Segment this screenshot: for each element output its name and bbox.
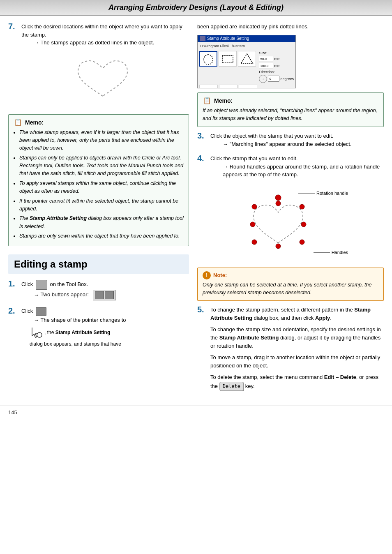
step-5-para2: To change the stamp size and orientation… [210,325,384,350]
step-1-number: 1. [8,279,21,289]
dialog-icon [200,36,205,41]
svg-point-6 [300,204,304,209]
step-2-arrow: The shape of the pointer changes to [34,316,189,324]
page-header: Arranging Embroidery Designs (Layout & E… [0,0,392,16]
note-box: ! Note: Only one stamp can be selected a… [197,268,384,301]
stamp-screenshot: Stamp Attribute Setting D:\Program Files… [197,35,296,88]
stamp-title-bar: Stamp Attribute Setting [198,35,295,42]
step-5-para4: To delete the stamp, select the menu com… [210,373,384,391]
step-5-number: 5. [197,305,210,314]
step-3-content: Click the object with the stamp that you… [210,132,384,150]
step-7-arrow: The stamps appear as dotted lines in the… [34,39,189,47]
step-4-block: 4. Click the stamp that you want to edit… [197,155,384,181]
size-input-2[interactable] [259,63,273,69]
svg-point-10 [276,244,281,249]
pointer-shape-display: , the Stamp Attribute Setting dialog box… [30,327,189,348]
step-7-block: 7. Click the desired locations within th… [8,23,189,49]
section-title-editing: Editing a stamp [8,254,189,274]
direction-input[interactable] [268,76,279,82]
step-5-block: 5. To change the stamp pattern, select a… [197,306,384,391]
heart-svg [70,55,136,108]
rotation-handle-label: Rotation handle [298,190,348,196]
step-4-arrow: Round handles appear around the stamp, a… [223,163,384,179]
memo-item-1-2: Stamps can only be applied to objects dr… [19,154,184,178]
svg-point-8 [301,222,306,227]
step-4-content: Click the stamp that you want to edit. R… [210,155,384,181]
step-1-text: Click on the Tool Box. [21,280,189,290]
right-column: been applied are indicated by pink dotte… [197,23,384,395]
step-2-content: Click The shape of the pointer changes t… [21,307,189,350]
stamp-edit-icon [36,307,46,316]
step-3-number: 3. [197,131,210,141]
size-input[interactable] [259,56,273,62]
memo-item-1-5: The Stamp Attribute Setting dialog box a… [19,215,184,231]
note-header: ! Note: [203,271,378,279]
memo-item-1-3: To apply several stamps within the same … [19,180,184,196]
memo-title-2: Memo: [214,97,233,104]
stamp-pat-3 [239,52,255,65]
header-title: Arranging Embroidery Designs (Layout & E… [108,3,284,12]
step-1-arrow: Two buttons appear: [34,290,189,300]
step-2-text: Click [21,307,189,316]
step-7-number: 7. [8,22,21,31]
svg-point-5 [276,201,281,206]
step-3-text: Click the object with the stamp that you… [210,132,384,140]
rotation-handles-svg [233,185,323,259]
page: Arranging Embroidery Designs (Layout & E… [0,0,392,554]
note-icon: ! [203,271,211,279]
memo-text-2: If an object was already selected, "marc… [203,107,378,123]
svg-rect-2 [222,55,233,63]
memo-icon-2: 📋 [203,97,212,104]
handles-label: Handles [314,249,348,255]
step-7-text: Click the desired locations within the o… [21,23,189,39]
memo-item-1-6: Stamps are only sewn within the object t… [19,232,184,240]
svg-point-9 [252,240,257,245]
memo-icon-1: 📋 [14,119,23,126]
step-3-arrow: "Marching lines" appear around the selec… [223,140,384,148]
step-7-content: Click the desired locations within the o… [21,23,189,49]
memo-title-1: Memo: [25,119,44,126]
svg-point-4 [252,204,257,209]
step-4-number: 4. [197,154,210,163]
pointer-cursor-icon [30,327,43,338]
rotation-image-container: Rotation handle Handles [197,185,384,263]
step-5-para3: To move a stamp, drag it to another loca… [210,353,384,370]
memo-item-1-4: If the pointer cannot fit within the sel… [19,197,184,213]
stamp-pat-2 [220,52,235,65]
step-2-arrow2: , the Stamp Attribute Setting [44,329,110,336]
stamp-dialog-title: Stamp Attribute Setting [207,36,249,41]
stamp-pat-1 [201,52,216,65]
note-title: Note: [213,272,227,278]
step-1-block: 1. Click on the Tool Box. Two buttons ap… [8,280,189,303]
heart-image-container [16,55,189,108]
page-number: 145 [0,406,392,419]
memo-box-2: 📋 Memo: If an object was already selecte… [197,92,384,127]
main-content: 7. Click the desired locations within th… [0,16,392,402]
step-2-block: 2. Click The shape of the pointer change… [8,307,189,350]
memo-item-1-1: The whole stamp appears, even if it is l… [19,129,184,152]
note-text: Only one stamp can be selected at a time… [203,281,378,297]
delete-key: Delete [219,382,244,391]
continued-text: been applied are indicated by pink dotte… [197,23,384,31]
stamp-tool-icon-1 [36,280,47,290]
two-buttons-display [93,290,116,300]
memo-box-1: 📋 Memo: The whole stamp appears, even if… [8,114,189,247]
svg-point-7 [250,222,255,227]
svg-point-11 [300,240,304,245]
step-1-content: Click on the Tool Box. Two buttons appea… [21,280,189,303]
left-column: 7. Click the desired locations within th… [8,23,189,395]
svg-point-0 [37,332,42,337]
memo-list-1: The whole stamp appears, even if it is l… [19,129,184,240]
svg-point-3 [275,195,281,201]
step-2-number: 2. [8,306,21,316]
step-3-block: 3. Click the object with the stamp that … [197,132,384,150]
svg-rect-1 [200,36,205,41]
step-4-text: Click the stamp that you want to edit. [210,155,384,163]
memo-header-2: 📋 Memo: [203,97,378,104]
memo-header-1: 📋 Memo: [14,119,184,126]
step-2-continued: dialog box appears, and stamps that have [30,340,189,348]
step-5-content: To change the stamp pattern, select a di… [210,306,384,391]
step-5-para1: To change the stamp pattern, select a di… [210,306,384,322]
